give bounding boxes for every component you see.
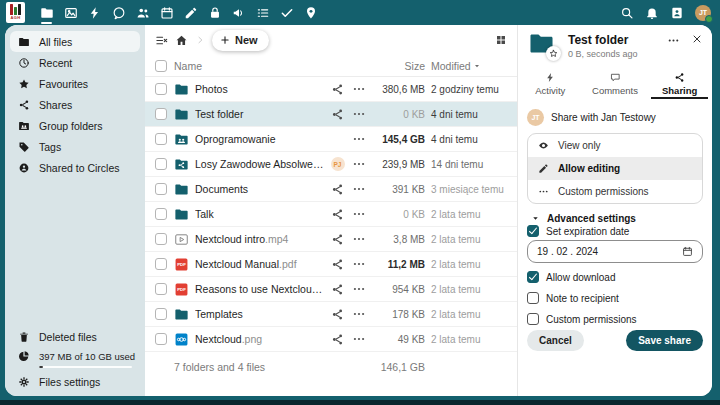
app-photos-button[interactable] xyxy=(63,5,78,20)
file-row[interactable]: Oprogramowanie145,4 GB4 dni temu xyxy=(145,127,517,152)
tab-comments[interactable]: Comments xyxy=(583,69,648,99)
app-talk-button[interactable] xyxy=(111,5,126,20)
file-row[interactable]: Nextcloud intro.mp43,8 MB2 lata temu xyxy=(145,227,517,252)
custom-permissions-checkbox[interactable]: Custom permissions xyxy=(527,313,637,325)
row-actions-button[interactable] xyxy=(352,182,366,196)
file-row[interactable]: Test folder0 KB4 dni temu xyxy=(145,102,517,127)
row-actions-button[interactable] xyxy=(352,207,366,221)
advanced-settings-toggle[interactable]: Advanced settings xyxy=(531,213,636,224)
share-with-row[interactable]: JT Share with Jan Testowy xyxy=(527,109,656,126)
row-checkbox[interactable] xyxy=(155,108,167,120)
sidebar-item-shares[interactable]: Shares xyxy=(10,94,140,115)
close-icon[interactable] xyxy=(691,33,703,45)
folder-group-icon xyxy=(174,132,189,147)
row-actions-button[interactable] xyxy=(352,82,366,96)
tab-sharing[interactable]: Sharing xyxy=(647,69,712,99)
file-row[interactable]: Templates178 KB2 lata temu xyxy=(145,302,517,327)
row-checkbox[interactable] xyxy=(155,308,167,320)
row-checkbox[interactable] xyxy=(155,258,167,270)
row-checkbox[interactable] xyxy=(155,233,167,245)
app-maps-button[interactable] xyxy=(303,5,318,20)
row-actions-button[interactable] xyxy=(352,157,366,171)
row-actions-button[interactable] xyxy=(352,132,366,146)
share-button[interactable] xyxy=(331,308,344,321)
save-share-button[interactable]: Save share xyxy=(626,330,703,351)
svg-text:PDF: PDF xyxy=(177,262,186,267)
row-actions-button[interactable] xyxy=(352,257,366,271)
new-button[interactable]: New xyxy=(212,30,269,51)
home-breadcrumb-icon[interactable] xyxy=(175,34,188,47)
select-all-checkbox[interactable] xyxy=(155,60,167,72)
close-navigation-icon[interactable] xyxy=(155,34,168,47)
app-approvals-button[interactable] xyxy=(279,5,294,20)
note-to-recipient-checkbox[interactable]: Note to recipient xyxy=(527,292,619,304)
share-button[interactable] xyxy=(331,108,344,121)
user-avatar[interactable]: JT xyxy=(695,5,711,21)
share-button[interactable] xyxy=(331,283,344,296)
notifications-button[interactable] xyxy=(645,6,659,20)
app-passwords-button[interactable] xyxy=(207,5,222,20)
share-button[interactable] xyxy=(331,83,344,96)
search-button[interactable] xyxy=(620,6,634,20)
row-checkbox[interactable] xyxy=(155,158,167,170)
calendar-icon[interactable] xyxy=(682,246,693,257)
file-row[interactable]: Nextcloud.png49 KB2 lata temu xyxy=(145,327,517,352)
set-expiration-date-checkbox[interactable]: Set expiration date xyxy=(527,225,629,237)
column-modified[interactable]: Modified xyxy=(431,60,507,72)
row-actions-button[interactable] xyxy=(352,307,366,321)
file-row[interactable]: Losy Zawodowe Absolwentów AGH - raportyP… xyxy=(145,152,517,177)
permission-allow-editing[interactable]: Allow editing xyxy=(528,157,702,180)
sidebar-item-group-folders[interactable]: Group folders xyxy=(10,115,140,136)
sidebar-item-shared-to-circles[interactable]: Shared to Circles xyxy=(10,157,140,178)
share-button[interactable] xyxy=(331,233,344,246)
cancel-button[interactable]: Cancel xyxy=(527,330,584,351)
expiration-date-input[interactable]: 19 . 02 . 2024 xyxy=(527,240,703,263)
allow-download-checkbox[interactable]: Allow download xyxy=(527,271,616,283)
sidebar-item-all-files[interactable]: All files xyxy=(10,31,140,52)
share-button[interactable] xyxy=(331,183,344,196)
app-calendar-button[interactable] xyxy=(159,5,174,20)
tab-activity[interactable]: Activity xyxy=(518,69,583,99)
app-contacts-button[interactable] xyxy=(135,5,150,20)
file-row[interactable]: Photos380,6 MB2 godziny temu xyxy=(145,77,517,102)
permission-view-only[interactable]: View only xyxy=(528,134,702,157)
row-checkbox[interactable] xyxy=(155,183,167,195)
sidebar-item-deleted-files[interactable]: Deleted files xyxy=(10,327,140,348)
sidebar-quota[interactable]: 397 MB of 10 GB used xyxy=(10,348,140,372)
contacts-menu-button[interactable] xyxy=(670,6,684,20)
row-checkbox[interactable] xyxy=(155,333,167,345)
app-activity-button[interactable] xyxy=(87,5,102,20)
column-name[interactable]: Name xyxy=(174,60,324,72)
app-notes-button[interactable] xyxy=(183,5,198,20)
agh-logo[interactable]: AGH xyxy=(6,2,25,23)
column-size[interactable]: Size xyxy=(405,60,425,72)
sidebar-item-favourites[interactable]: Favourites xyxy=(10,73,140,94)
panel-actions-icon[interactable] xyxy=(667,34,680,47)
sidebar-item-recent[interactable]: Recent xyxy=(10,52,140,73)
app-files-button[interactable] xyxy=(39,5,54,20)
file-row[interactable]: Talk0 KB2 lata temu xyxy=(145,202,517,227)
grid-view-icon[interactable] xyxy=(495,34,507,46)
app-announcements-button[interactable] xyxy=(231,5,246,20)
row-checkbox[interactable] xyxy=(155,83,167,95)
favorite-badge[interactable] xyxy=(546,46,561,61)
files-count: 7 folders and 4 files xyxy=(174,361,324,373)
row-checkbox[interactable] xyxy=(155,283,167,295)
row-actions-button[interactable] xyxy=(352,332,366,346)
share-button[interactable] xyxy=(331,258,344,271)
row-actions-button[interactable] xyxy=(352,232,366,246)
row-checkbox[interactable] xyxy=(155,133,167,145)
row-checkbox[interactable] xyxy=(155,208,167,220)
permission-custom-permissions[interactable]: Custom permissions xyxy=(528,180,702,203)
share-button[interactable] xyxy=(331,208,344,221)
file-row[interactable]: PDFNextcloud Manual.pdf11,2 MB2 lata tem… xyxy=(145,252,517,277)
row-actions-button[interactable] xyxy=(352,282,366,296)
row-actions-button[interactable] xyxy=(352,107,366,121)
sidebar-item-tags[interactable]: Tags xyxy=(10,136,140,157)
file-row[interactable]: Documents391 KB3 miesiące temu xyxy=(145,177,517,202)
sidebar-item-files-settings[interactable]: Files settings xyxy=(10,371,140,392)
app-tasks-button[interactable] xyxy=(255,5,270,20)
share-button[interactable] xyxy=(331,333,344,346)
sharee-avatar-badge[interactable]: PJ xyxy=(331,157,345,171)
file-row[interactable]: PDFReasons to use Nextcloud.pdf954 KB2 l… xyxy=(145,277,517,302)
